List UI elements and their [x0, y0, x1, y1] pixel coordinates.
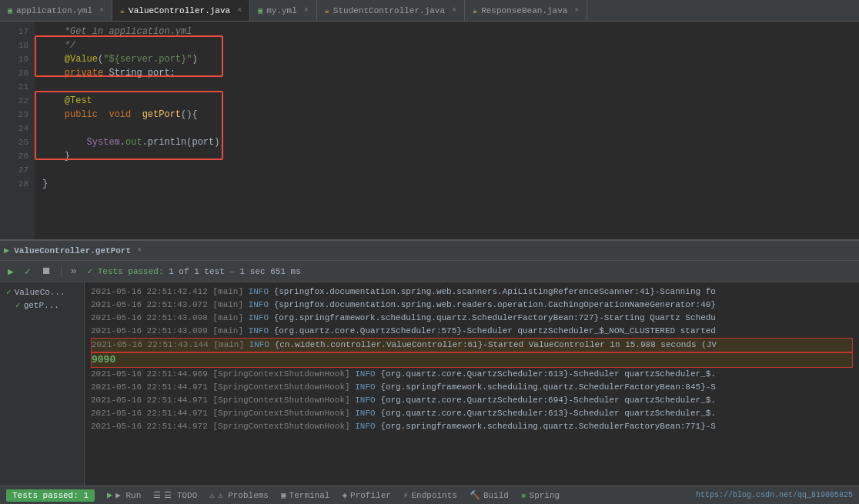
- problems-status-item[interactable]: ⚠ ⚠ Problems: [203, 490, 275, 500]
- code-line-26: }: [42, 149, 859, 163]
- run-toolbar: ▶ ✓ ⏹ » ✓ Tests passed: 1 of 1 test — 1 …: [0, 261, 859, 282]
- output-line-6: 2021-05-16 22:51:44.969 [SpringContextSh…: [91, 368, 853, 381]
- tab-close-icon[interactable]: ×: [574, 6, 579, 15]
- output-line-7: 2021-05-16 22:51:44.971 [SpringContextSh…: [91, 381, 853, 394]
- output-line-0: 2021-05-16 22:51:42.412 [main] INFO {spr…: [91, 285, 853, 299]
- code-text: private String port;: [42, 66, 175, 80]
- tab-label: ValueController.java: [129, 6, 230, 15]
- output-line-2: 2021-05-16 22:51:43.098 [main] INFO {org…: [91, 312, 853, 325]
- tab-label: application.yml: [16, 6, 92, 15]
- tab-label: StudentController.java: [333, 6, 445, 15]
- code-line-18: */: [42, 38, 859, 52]
- todo-status-item[interactable]: ☰ ☰ TODO: [147, 490, 203, 500]
- code-lines: *Get in application.yml */ @Value("${ser…: [35, 22, 859, 239]
- check-icon2: ✓: [15, 300, 21, 310]
- build-label: Build: [483, 491, 509, 500]
- run-icon: ▶: [4, 245, 9, 256]
- tab-label: my.yml: [266, 6, 297, 15]
- code-text: *Get in application.yml: [42, 25, 192, 38]
- tab-close-icon[interactable]: ×: [452, 6, 456, 15]
- code-line-25: System.out.println(port);: [42, 135, 859, 149]
- run-status-label: ▶ Run: [115, 490, 141, 500]
- url-label: https://blog.csdn.net/qq_819005825: [696, 491, 853, 499]
- output-line-5: 9090: [91, 352, 853, 368]
- tab-application-yml[interactable]: ▣ application.yml ×: [0, 0, 112, 21]
- code-text: @Value("${server.port}"): [42, 52, 198, 66]
- spring-icon: ❋: [521, 490, 526, 500]
- run-stop-btn[interactable]: ⏹: [38, 264, 55, 279]
- status-bar: Tests passed: 1 ▶ ▶ Run ☰ ☰ TODO ⚠ ⚠ Pro…: [0, 486, 859, 504]
- tab-close-icon[interactable]: ×: [304, 6, 309, 15]
- code-line-23: public void getPort(){: [42, 108, 859, 122]
- status-right: https://blog.csdn.net/qq_819005825: [696, 491, 853, 499]
- run-tab-bar: ▶ ValueController.getPort ×: [0, 241, 859, 261]
- spring-status-item[interactable]: ❋ Spring: [515, 490, 566, 500]
- tab-close-icon[interactable]: ×: [99, 6, 104, 15]
- run-sidebar: ✓ ValueCo... ✓ getP...: [0, 282, 85, 486]
- code-line-24: [42, 122, 859, 135]
- code-text: }: [42, 149, 70, 163]
- code-text: @Test: [42, 94, 92, 108]
- yaml-icon2: ▣: [258, 6, 262, 15]
- check-icon: ✓: [6, 287, 12, 297]
- tests-passed-label: ✓ Tests passed: 1 of 1 test — 1 sec 651 …: [87, 266, 300, 276]
- terminal-status-item[interactable]: ▣ Terminal: [275, 490, 336, 500]
- problems-icon: ⚠: [209, 490, 215, 500]
- tab-value-controller[interactable]: ☕ ValueController.java ×: [112, 0, 250, 21]
- output-line-9: 2021-05-16 22:51:44.971 [SpringContextSh…: [91, 407, 853, 420]
- yaml-icon: ▣: [8, 6, 12, 15]
- sidebar-child-label: getP...: [24, 301, 59, 310]
- tab-close-icon[interactable]: ×: [237, 6, 242, 15]
- profiler-label: Profiler: [350, 491, 391, 500]
- output-line-1: 2021-05-16 22:51:43.072 [main] INFO {spr…: [91, 299, 853, 312]
- run-status-icon: ▶: [107, 489, 112, 501]
- profiler-status-item[interactable]: ◈ Profiler: [336, 490, 396, 500]
- endpoints-label: Endpoints: [411, 491, 456, 500]
- code-text: System.out.println(port);: [42, 135, 226, 149]
- run-sidebar-child[interactable]: ✓ getP...: [0, 299, 84, 312]
- code-text: }: [42, 177, 48, 191]
- code-line-22: @Test: [42, 94, 859, 108]
- run-output: 2021-05-16 22:51:42.412 [main] INFO {spr…: [85, 282, 859, 486]
- run-status-item[interactable]: ▶ ▶ Run: [101, 489, 147, 501]
- run-title: ValueController.getPort: [14, 246, 131, 255]
- output-line-4: 2021-05-16 22:51:43.144 [main] INFO {cn.…: [91, 338, 853, 352]
- test-count: 1 of 1 test: [169, 267, 225, 276]
- endpoints-status-item[interactable]: ⚡ Endpoints: [397, 490, 463, 500]
- code-line-19: @Value("${server.port}"): [42, 52, 859, 66]
- build-icon: 🔨: [470, 490, 480, 500]
- code-content: 17 18 19 20 21 22 23 24 25 26 27 28 *Get…: [0, 22, 859, 239]
- endpoints-icon: ⚡: [403, 490, 409, 500]
- tab-student-controller[interactable]: ☕ StudentController.java ×: [317, 0, 465, 21]
- code-line-20: private String port;: [42, 66, 859, 80]
- output-line-10: 2021-05-16 22:51:44.972 [SpringContextSh…: [91, 420, 853, 433]
- run-panel: ▶ ValueController.getPort × ▶ ✓ ⏹ » ✓ Te…: [0, 239, 859, 486]
- tests-passed-badge: Tests passed: 1: [6, 489, 95, 502]
- output-line-8: 2021-05-16 22:51:44.971 [SpringContextSh…: [91, 394, 853, 407]
- java-icon2: ☕: [325, 6, 329, 15]
- build-status-item[interactable]: 🔨 Build: [463, 490, 515, 500]
- editor-area: 17 18 19 20 21 22 23 24 25 26 27 28 *Get…: [0, 22, 859, 239]
- run-tab-close[interactable]: ×: [137, 246, 142, 255]
- line-numbers: 17 18 19 20 21 22 23 24 25 26 27 28: [0, 22, 35, 239]
- code-line-21: [42, 80, 859, 94]
- code-text: public void getPort(){: [42, 108, 198, 122]
- status-left: Tests passed: 1 ▶ ▶ Run ☰ ☰ TODO ⚠ ⚠ Pro…: [6, 489, 566, 502]
- code-line-28: }: [42, 177, 859, 191]
- code-line-27: [42, 163, 859, 177]
- tab-bar: ▣ application.yml × ☕ ValueController.ja…: [0, 0, 859, 22]
- code-line-17: *Get in application.yml: [42, 25, 859, 38]
- tab-response-bean[interactable]: ☕ ResponseBean.java ×: [465, 0, 587, 21]
- terminal-label: Terminal: [289, 491, 330, 500]
- problems-label: ⚠ Problems: [218, 490, 269, 500]
- run-play-btn[interactable]: ▶: [5, 264, 17, 279]
- profiler-icon: ◈: [342, 490, 347, 500]
- terminal-icon: ▣: [281, 490, 286, 500]
- run-body: ✓ ValueCo... ✓ getP... 2021-05-16 22:51:…: [0, 282, 859, 486]
- run-expand-btn[interactable]: »: [68, 264, 80, 279]
- test-time: 1 sec 651 ms: [240, 267, 301, 276]
- tab-my-yml[interactable]: ▣ my.yml ×: [250, 0, 317, 21]
- java-icon: ☕: [120, 6, 125, 15]
- run-check-btn[interactable]: ✓: [22, 264, 34, 279]
- run-sidebar-root[interactable]: ✓ ValueCo...: [0, 285, 84, 299]
